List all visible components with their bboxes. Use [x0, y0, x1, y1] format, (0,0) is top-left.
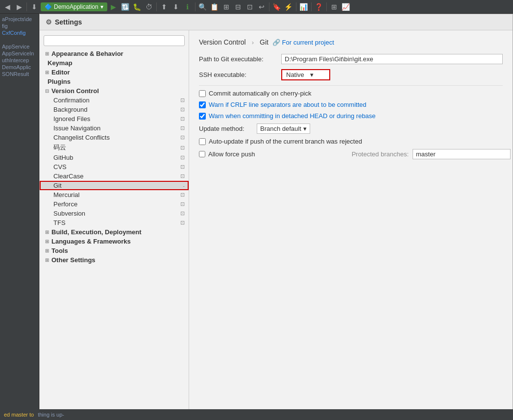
nav-background-label: Background [53, 106, 87, 113]
checkbox-force-push[interactable] [199, 151, 205, 157]
left-item-4 [0, 36, 39, 43]
toolbar-undo[interactable]: ↩ [256, 1, 267, 12]
toolbar-power[interactable]: ⚡ [283, 1, 294, 12]
settings-search[interactable] [44, 35, 185, 46]
toolbar-debug[interactable]: 🐛 [132, 1, 143, 12]
nav-subversion-icon: ⊡ [180, 210, 185, 217]
toolbar-grid2[interactable]: ⊟ [233, 1, 244, 12]
breadcrumb-project-link[interactable]: 🔗 For current project [272, 39, 334, 46]
nav-build-label: Build, Execution, Deployment [51, 228, 141, 236]
nav-issue-label: Issue Navigation [53, 124, 100, 132]
protected-input[interactable] [413, 149, 511, 159]
nav-mayun[interactable]: 码云 ⊡ [40, 142, 189, 153]
nav-build[interactable]: ⊞ Build, Execution, Deployment [40, 227, 189, 237]
nav-perforce-label: Perforce [53, 200, 77, 208]
nav-keymap-label: Keymap [48, 59, 73, 67]
separator-2 [156, 2, 157, 11]
checkbox-crlf[interactable] [199, 101, 206, 108]
nav-tfs-icon: ⊡ [180, 220, 185, 226]
git-path-label: Path to Git executable: [199, 55, 277, 63]
nav-cvs[interactable]: CVS ⊡ [40, 162, 189, 172]
toolbar-vcs2[interactable]: ⬇ [171, 1, 181, 12]
nav-plugins-label: Plugins [48, 78, 71, 85]
nav-github[interactable]: GitHub ⊡ [40, 153, 189, 162]
toolbar-run-icon[interactable]: ⬇ [29, 1, 40, 12]
main-area: aProjects\de fig CxfConfig AppService Ap… [0, 14, 513, 420]
breadcrumb-sep: › [252, 39, 254, 46]
nav-appearance[interactable]: ⊞ Appearance & Behavior [40, 49, 189, 58]
link-icon: 🔗 [272, 39, 280, 46]
ssh-dropdown[interactable]: Native ▾ [281, 69, 330, 80]
toolbar-graph[interactable]: 📈 [341, 1, 351, 12]
checkbox-crlf-row: Warn if CRLF line separators are about t… [199, 101, 503, 108]
git-path-input[interactable] [281, 54, 503, 64]
checkbox-autoupdate[interactable] [199, 138, 206, 145]
separator-3 [195, 2, 195, 11]
nav-github-icon: ⊡ [180, 154, 185, 161]
settings-dialog: ⚙ Settings ⊞ Appearance & Behavior Keyma… [39, 14, 513, 420]
checkbox-detached[interactable] [199, 113, 206, 120]
nav-keymap[interactable]: Keymap [40, 58, 189, 68]
toolbar-reload[interactable]: 🔃 [120, 1, 131, 12]
toolbar-play[interactable]: ▶ [108, 1, 119, 12]
separator-1 [26, 2, 27, 11]
nav-tfs[interactable]: TFS ⊡ [40, 218, 189, 227]
nav-changelist-icon: ⊡ [180, 134, 185, 141]
toolbar-back[interactable]: ◀ [2, 1, 13, 12]
toolbar-help[interactable]: ❓ [314, 1, 324, 12]
nav-cvs-icon: ⊡ [180, 164, 185, 170]
toolbar-bookmark[interactable]: 🔖 [271, 1, 282, 12]
nav-confirmation-label: Confirmation [53, 97, 90, 104]
bottom-bar: ed master to thing is up- [0, 409, 513, 420]
nav-editor[interactable]: ⊞ Editor [40, 68, 189, 77]
nav-plugins[interactable]: Plugins [40, 77, 189, 86]
toolbar-search[interactable]: 🔍 [197, 1, 208, 12]
nav-tools[interactable]: ⊞ Tools [40, 246, 189, 255]
toolbar-info[interactable]: ℹ [182, 1, 193, 12]
nav-ignored-icon: ⊡ [180, 116, 185, 122]
editor-expand-icon: ⊞ [44, 69, 50, 76]
nav-perforce[interactable]: Perforce ⊡ [40, 199, 189, 209]
left-item-6: AppServiceIn [0, 50, 39, 57]
checkbox-cherry-pick[interactable] [199, 90, 206, 97]
nav-ignored-label: Ignored Files [53, 115, 90, 123]
app-label: DemoApplication [54, 3, 98, 10]
left-item-9: SONResult [0, 71, 39, 77]
nav-mayun-label: 码云 [53, 143, 66, 152]
content-header: Version Control › Git 🔗 For current proj… [199, 38, 503, 46]
nav-background[interactable]: Background ⊡ [40, 105, 189, 114]
nav-background-icon: ⊡ [180, 106, 185, 113]
nav-subversion[interactable]: Subversion ⊡ [40, 209, 189, 218]
nav-mercurial-label: Mercurial [53, 191, 79, 198]
lang-expand-icon: ⊞ [44, 238, 50, 245]
ssh-dropdown-arrow: ▾ [310, 71, 314, 78]
nav-clearcase[interactable]: ClearCase ⊡ [40, 172, 189, 181]
nav-issue-icon: ⊡ [180, 125, 185, 131]
nav-issue-navigation[interactable]: Issue Navigation ⊡ [40, 124, 189, 133]
nav-languages[interactable]: ⊞ Languages & Frameworks [40, 237, 189, 246]
nav-other-settings[interactable]: ⊞ Other Settings [40, 255, 189, 265]
toolbar-file[interactable]: 📋 [209, 1, 220, 12]
toolbar-forward[interactable]: ▶ [14, 1, 24, 12]
nav-git[interactable]: Git - [40, 181, 189, 190]
nav-mercurial[interactable]: Mercurial ⊡ [40, 190, 189, 199]
checkbox-detached-row: Warn when committing in detached HEAD or… [199, 112, 503, 120]
app-button[interactable]: 🔷 DemoApplication ▾ [41, 2, 107, 11]
checkbox-cherry-pick-label: Commit automatically on cherry-pick [209, 90, 312, 97]
toolbar-terminal[interactable]: ⊞ [329, 1, 340, 12]
nav-confirmation[interactable]: Confirmation ⊡ [40, 96, 189, 105]
nav-clearcase-label: ClearCase [53, 173, 83, 180]
toolbar-grid1[interactable]: ⊞ [221, 1, 232, 12]
nav-version-control[interactable]: ⊟ Version Control [40, 86, 189, 96]
toolbar-grid3[interactable]: ⊡ [244, 1, 255, 12]
nav-ignored-files[interactable]: Ignored Files ⊡ [40, 114, 189, 124]
toolbar-coverage[interactable]: ⏱ [144, 1, 154, 12]
nav-changelist[interactable]: Changelist Conflicts ⊡ [40, 133, 189, 142]
toolbar-vcs[interactable]: ⬆ [159, 1, 170, 12]
link-text: For current project [282, 39, 334, 46]
toolbar-chart[interactable]: 📊 [298, 1, 309, 12]
branch-dropdown[interactable]: Branch default ▾ [257, 124, 310, 134]
checkbox-cherry-pick-row: Commit automatically on cherry-pick [199, 90, 503, 97]
nav-editor-label: Editor [51, 69, 70, 76]
vc-expand-icon: ⊟ [44, 88, 50, 95]
